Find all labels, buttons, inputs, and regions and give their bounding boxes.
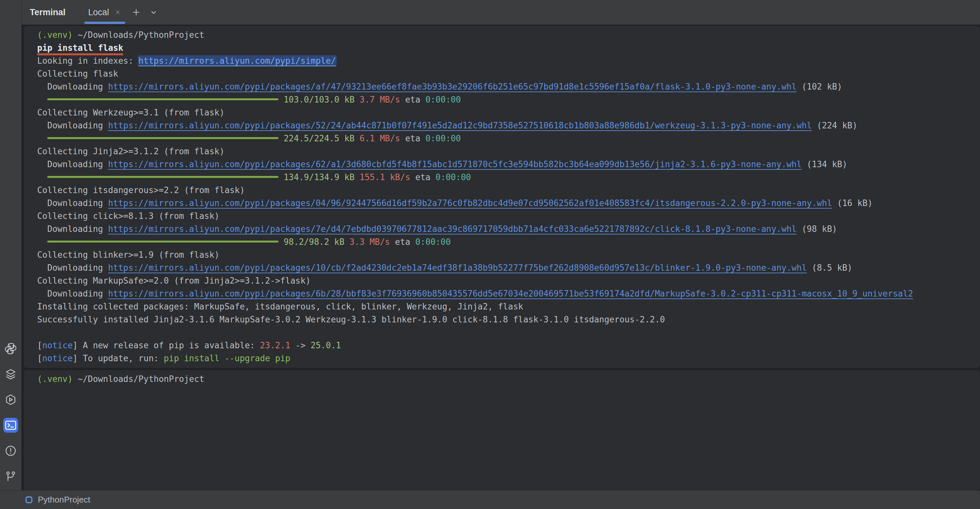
run-button[interactable] xyxy=(4,393,17,406)
version-control-button[interactable] xyxy=(4,470,17,483)
terminal-text: 6.1 MB/s xyxy=(360,134,400,143)
terminal-line: pip install flask xyxy=(37,41,980,54)
terminal-text: 0:00:00 xyxy=(415,237,451,247)
terminal-text: Collecting click>=8.1.3 (from flask) xyxy=(37,211,220,221)
terminal-text: Downloading xyxy=(37,82,108,92)
terminal-text: Collecting flask xyxy=(37,69,118,79)
terminal-text: pip install --upgrade pip xyxy=(164,353,290,363)
terminal-line: Downloading https://mirrors.aliyun.com/p… xyxy=(37,119,980,132)
url-link[interactable]: https://mirrors.aliyun.com/pypi/packages… xyxy=(108,82,797,92)
terminal-text: Collecting blinker>=1.9 (from flask) xyxy=(37,250,220,260)
terminal-text: 98.2/98.2 kB xyxy=(284,237,344,247)
terminal-text: 0:00:00 xyxy=(425,134,461,143)
terminal-text: Downloading xyxy=(37,159,108,169)
terminal-icon xyxy=(4,418,18,432)
terminal-text: Downloading xyxy=(37,224,108,234)
terminal-text xyxy=(37,172,47,182)
terminal-text xyxy=(278,237,284,247)
terminal-panel: (.venv) ~/Downloads/PythonProjectpip ins… xyxy=(22,25,980,491)
terminal-text: 224.5/224.5 kB xyxy=(284,134,355,143)
terminal-text: -> xyxy=(290,340,311,350)
terminal-text: 0:00:00 xyxy=(425,95,461,105)
terminal-text xyxy=(37,95,47,105)
terminal-text xyxy=(278,95,284,105)
problems-button[interactable] xyxy=(4,444,17,457)
python-icon xyxy=(4,342,17,355)
terminal-line: [notice] To update, run: pip install --u… xyxy=(37,352,980,365)
terminal-line: 103.0/103.0 kB 3.7 MB/s eta 0:00:00 xyxy=(37,93,980,106)
terminal-text xyxy=(278,172,284,182)
terminal-panel-title: Terminal xyxy=(30,8,66,17)
terminal-line: Collecting itsdangerous>=2.2 (from flask… xyxy=(37,184,980,197)
terminal-text: eta xyxy=(400,95,425,105)
url-link[interactable]: https://mirrors.aliyun.com/pypi/packages… xyxy=(108,159,802,169)
ide-window: Terminal Local xyxy=(0,0,980,509)
services-button[interactable] xyxy=(4,368,17,381)
terminal-text: ] A new release of pip is available: xyxy=(73,340,260,350)
terminal-text: notice xyxy=(42,353,73,363)
terminal-text: (134 kB) xyxy=(802,159,847,169)
terminal-text: Collecting itsdangerous>=2.2 (from flask… xyxy=(37,185,245,195)
close-tab-icon[interactable] xyxy=(114,9,121,16)
terminal-text: 3.3 MB/s xyxy=(349,237,390,247)
terminal-text: Looking in indexes: xyxy=(37,56,138,66)
terminal-line: 134.9/134.9 kB 155.1 kB/s eta 0:00:00 xyxy=(37,171,980,184)
services-icon xyxy=(4,368,17,381)
terminal-line: [notice] A new release of pip is availab… xyxy=(37,339,980,352)
terminal-line: (.venv) ~/Downloads/PythonProject xyxy=(37,29,980,41)
url-link[interactable]: https://mirrors.aliyun.com/pypi/packages… xyxy=(108,263,807,273)
url-link[interactable]: https://mirrors.aliyun.com/pypi/packages… xyxy=(108,198,832,208)
terminal-text: Downloading xyxy=(37,263,108,273)
terminal-line: Downloading https://mirrors.aliyun.com/p… xyxy=(37,287,980,300)
terminal-line: Collecting blinker>=1.9 (from flask) xyxy=(37,248,980,261)
terminal-tool-button[interactable] xyxy=(3,418,18,433)
run-icon xyxy=(4,393,17,406)
url-link[interactable]: https://mirrors.aliyun.com/pypi/simple/ xyxy=(138,56,336,66)
download-progress-bar xyxy=(47,240,278,243)
terminal-block: (.venv) ~/Downloads/PythonProjectpip ins… xyxy=(24,26,980,368)
terminal-text: (.venv) xyxy=(37,374,73,384)
terminal-text: (98 kB) xyxy=(797,224,837,234)
new-terminal-tab-button[interactable] xyxy=(129,5,143,19)
terminal-line: Downloading https://mirrors.aliyun.com/p… xyxy=(37,197,980,210)
terminal-text: 103.0/103.0 kB xyxy=(284,95,355,105)
terminal-text: eta xyxy=(390,237,415,247)
terminal-line: Successfully installed Jinja2-3.1.6 Mark… xyxy=(37,313,980,326)
terminal-text: ~/Downloads/PythonProject xyxy=(73,374,204,384)
terminal-text: (8.5 kB) xyxy=(807,263,852,273)
terminal-tabs-dropdown-button[interactable] xyxy=(146,5,161,19)
terminal-text: 23.2.1 xyxy=(260,340,290,350)
python-packages-button[interactable] xyxy=(4,342,17,355)
terminal-text: (224 kB) xyxy=(812,121,858,130)
terminal-line: 224.5/224.5 kB 6.1 MB/s eta 0:00:00 xyxy=(37,132,980,145)
download-progress-bar xyxy=(47,98,278,100)
terminal-text: 155.1 kB/s xyxy=(360,172,410,182)
url-link[interactable]: https://mirrors.aliyun.com/pypi/packages… xyxy=(108,289,913,299)
terminal-line xyxy=(37,326,980,339)
project-widget[interactable]: PythonProject xyxy=(21,491,94,509)
terminal-line: Collecting flask xyxy=(37,67,980,80)
download-progress-bar xyxy=(47,176,278,178)
terminal-line: Collecting Werkzeug>=3.1 (from flask) xyxy=(37,106,980,119)
terminal-text xyxy=(278,134,284,143)
terminal-text: Downloading xyxy=(37,289,108,299)
url-link[interactable]: https://mirrors.aliyun.com/pypi/packages… xyxy=(108,121,812,130)
terminal-tab-bar: Terminal Local xyxy=(21,0,980,25)
url-link[interactable]: https://mirrors.aliyun.com/pypi/packages… xyxy=(108,224,797,234)
terminal-text: Collecting Jinja2>=3.1.2 (from flask) xyxy=(37,146,224,156)
problems-icon xyxy=(4,444,17,457)
tab-local[interactable]: Local xyxy=(84,0,126,25)
terminal-text: Collecting MarkupSafe>=2.0 (from Jinja2>… xyxy=(37,276,310,286)
version-control-icon xyxy=(4,470,17,483)
terminal-text: 134.9/134.9 kB xyxy=(284,172,355,182)
terminal-line: Collecting click>=8.1.3 (from flask) xyxy=(37,210,980,223)
terminal-text: ~/Downloads/PythonProject xyxy=(73,30,204,40)
terminal-text xyxy=(37,328,42,337)
terminal-text xyxy=(37,237,47,247)
terminal-blocks: (.venv) ~/Downloads/PythonProjectpip ins… xyxy=(24,26,980,491)
terminal-text: eta xyxy=(400,134,425,143)
terminal-text xyxy=(355,134,360,143)
terminal-line: Downloading https://mirrors.aliyun.com/p… xyxy=(37,80,980,93)
terminal-line: Installing collected packages: MarkupSaf… xyxy=(37,300,980,313)
typed-command: pip install flask xyxy=(37,43,123,55)
